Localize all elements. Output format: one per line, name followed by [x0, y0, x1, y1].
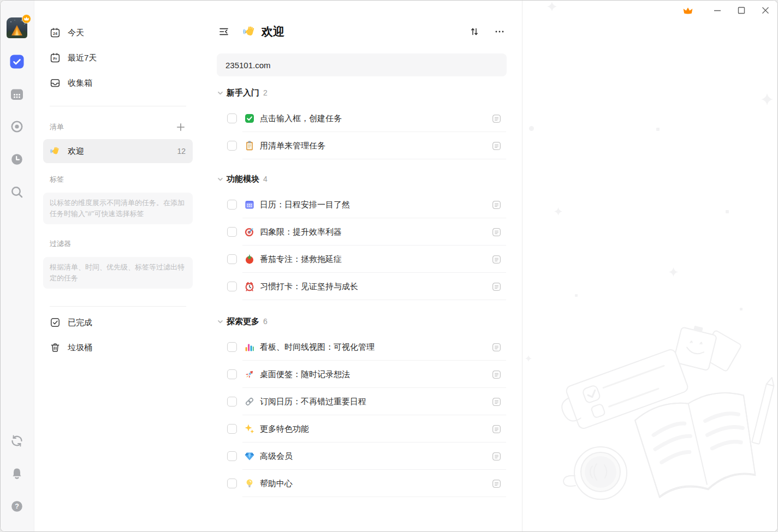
rail-sync-icon[interactable]	[9, 433, 25, 449]
task-checkbox[interactable]	[227, 479, 237, 488]
rail-calendar-icon[interactable]	[9, 86, 25, 103]
rail-focus-icon[interactable]	[9, 118, 25, 135]
sparkle-decoration-icon	[656, 128, 660, 131]
chevron-down-icon[interactable]	[217, 318, 224, 325]
task-title: 高级会员	[260, 451, 492, 462]
task-checkbox[interactable]	[227, 113, 237, 123]
sidebar-item-today[interactable]: 24 今天	[43, 20, 193, 45]
task-note-icon[interactable]	[492, 141, 501, 151]
sidebar-divider	[50, 306, 186, 307]
section-count: 4	[263, 175, 268, 183]
add-list-button[interactable]	[175, 122, 186, 133]
task-checkbox[interactable]	[227, 227, 237, 237]
sparkle-decoration-icon	[529, 126, 534, 131]
task-checkbox[interactable]	[227, 342, 237, 352]
task-note-icon[interactable]	[492, 479, 501, 488]
task-checkbox[interactable]	[227, 451, 237, 461]
task-row[interactable]: 四象限：提升效率利器	[201, 218, 522, 246]
minimize-button[interactable]	[709, 3, 725, 17]
main-panel: 欢迎 235101.com 新手入门 2 点击输入框，创建任务	[201, 1, 522, 531]
task-note-icon[interactable]	[492, 425, 501, 434]
chevron-down-icon[interactable]	[217, 89, 224, 97]
inbox-icon	[50, 77, 61, 88]
sparkle-decoration-icon	[726, 210, 729, 213]
filters-section-label: 过滤器	[43, 233, 193, 255]
task-title: 订阅日历：不再错过重要日程	[260, 397, 492, 407]
wave-emoji-icon	[50, 146, 61, 157]
section-count: 2	[263, 88, 268, 97]
task-row[interactable]: 用清单来管理任务	[201, 132, 522, 159]
task-note-icon[interactable]	[492, 114, 501, 123]
app-window: ? 24 今天Fr 最近7天 收集箱 清单 欢迎 12 标签 以标签的维度展示不…	[0, 0, 778, 532]
dart-emoji-icon	[244, 226, 255, 237]
sidebar-item-completed[interactable]: 已完成	[43, 310, 193, 335]
rail-notifications-icon[interactable]	[9, 465, 25, 482]
task-row[interactable]: 桌面便签：随时记录想法	[201, 361, 522, 388]
close-button[interactable]	[757, 3, 773, 17]
section-title: 探索更多	[227, 316, 259, 327]
task-row[interactable]: 日历：日程安排一目了然	[201, 191, 522, 218]
sparkle-decoration-icon	[669, 267, 678, 277]
task-checkbox[interactable]	[227, 254, 237, 264]
task-note-icon[interactable]	[492, 452, 501, 461]
list-title-text: 欢迎	[262, 24, 284, 39]
task-title: 习惯打卡：见证坚持与成长	[260, 282, 492, 292]
avatar[interactable]	[7, 17, 27, 38]
task-checkbox[interactable]	[227, 424, 237, 434]
task-note-icon[interactable]	[492, 228, 501, 237]
new-task-input[interactable]: 235101.com	[217, 53, 507, 76]
rail-search-icon[interactable]	[9, 184, 25, 200]
task-row[interactable]: 习惯打卡：见证坚持与成长	[201, 273, 522, 300]
task-row[interactable]: 高级会员	[201, 443, 522, 470]
sort-icon[interactable]	[467, 25, 482, 39]
task-row[interactable]: 点击输入框，创建任务	[201, 105, 522, 132]
sidebar-item-label: 垃圾桶	[68, 343, 92, 353]
task-checkbox[interactable]	[227, 200, 237, 210]
task-row[interactable]: 看板、时间线视图：可视化管理	[201, 333, 522, 361]
sidebar-item-next7days[interactable]: Fr 最近7天	[43, 45, 193, 70]
section-header[interactable]: 探索更多 6	[201, 309, 522, 333]
sidebar-item-label: 最近7天	[68, 53, 97, 63]
list-title: 欢迎	[243, 24, 284, 39]
rail-tasks-icon[interactable]	[9, 53, 25, 70]
calendar-emoji-icon	[244, 199, 255, 210]
task-row[interactable]: 订阅日历：不再错过重要日程	[201, 388, 522, 415]
svg-text:Fr: Fr	[54, 57, 57, 61]
task-note-icon[interactable]	[492, 282, 501, 291]
sidebar-list-欢迎[interactable]: 欢迎 12	[43, 139, 193, 163]
clipboard-emoji-icon	[244, 140, 255, 151]
section-header[interactable]: 新手入门 2	[201, 81, 522, 105]
task-note-icon[interactable]	[492, 397, 501, 407]
sidebar: 24 今天Fr 最近7天 收集箱 清单 欢迎 12 标签 以标签的维度展示不同清…	[34, 1, 201, 531]
task-checkbox[interactable]	[227, 141, 237, 151]
task-checkbox[interactable]	[227, 369, 237, 379]
maximize-button[interactable]	[733, 3, 749, 17]
task-note-icon[interactable]	[492, 370, 501, 379]
sidebar-item-trash[interactable]: 垃圾桶	[43, 335, 193, 360]
sparkle-decoration-icon	[575, 294, 578, 297]
task-title: 番茄专注：拯救拖延症	[260, 254, 492, 265]
task-checkbox[interactable]	[227, 282, 237, 291]
svg-text:24: 24	[53, 31, 57, 36]
rail-help-icon[interactable]: ?	[9, 498, 25, 515]
section-header[interactable]: 功能模块 4	[201, 167, 522, 191]
task-title: 桌面便签：随时记录想法	[260, 369, 492, 380]
task-note-icon[interactable]	[492, 255, 501, 264]
task-row[interactable]: 更多特色功能	[201, 415, 522, 443]
bar-chart-emoji-icon	[244, 342, 255, 352]
task-note-icon[interactable]	[492, 200, 501, 210]
task-row[interactable]: 帮助中心	[201, 470, 522, 497]
task-note-icon[interactable]	[492, 343, 501, 352]
task-checkbox[interactable]	[227, 397, 237, 407]
sidebar-divider	[50, 106, 186, 106]
lists-section-label: 清单	[50, 122, 64, 132]
rail-habit-icon[interactable]	[9, 151, 25, 168]
premium-crown-icon[interactable]	[680, 3, 696, 17]
collapse-sidebar-icon[interactable]	[217, 25, 231, 39]
sidebar-item-inbox[interactable]: 收集箱	[43, 70, 193, 95]
today-icon: 24	[50, 27, 61, 38]
chevron-down-icon[interactable]	[217, 176, 224, 183]
task-row[interactable]: 番茄专注：拯救拖延症	[201, 246, 522, 273]
more-options-icon[interactable]	[492, 25, 507, 39]
completed-icon	[50, 317, 61, 328]
